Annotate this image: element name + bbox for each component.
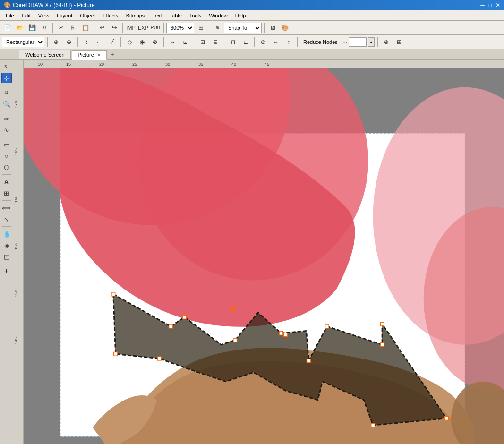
select-all-btn[interactable]: ⊞: [393, 36, 405, 48]
node-2[interactable]: [169, 324, 173, 328]
interactive-fill-btn[interactable]: ◰: [1, 251, 12, 262]
tabs-bar: Welcome Screen Picture ✕ +: [0, 49, 504, 60]
save-btn[interactable]: 💾: [26, 22, 38, 34]
symmetrical-btn[interactable]: ⊗: [149, 36, 161, 48]
node-6[interactable]: [279, 332, 283, 335]
menu-item-object[interactable]: Object: [76, 12, 99, 19]
elasticity-btn[interactable]: ⊾: [179, 36, 191, 48]
title-icon: 🎨: [4, 2, 11, 9]
publish-btn[interactable]: PUB: [150, 22, 161, 34]
ruler-h-tick-35: 35: [198, 62, 203, 67]
cusp-btn[interactable]: ◇: [124, 36, 135, 48]
node-8[interactable]: [307, 359, 310, 363]
align-nodes-btn[interactable]: ⊜: [257, 36, 269, 48]
select-tool-btn[interactable]: ↖: [1, 61, 12, 72]
menu-item-text[interactable]: Text: [148, 12, 165, 19]
node-4-active[interactable]: [231, 307, 235, 311]
zoom-tool-btn[interactable]: 🔍: [1, 99, 12, 109]
lt-sep4: [2, 174, 11, 175]
table-tool-btn[interactable]: ⊞: [1, 188, 12, 198]
remove-node-btn[interactable]: ⊖: [63, 36, 75, 48]
menu-item-effects[interactable]: Effects: [99, 12, 122, 19]
snap-toggle[interactable]: ⊕: [212, 22, 223, 34]
freehand-tool-btn[interactable]: ✏: [1, 113, 12, 124]
reduce-nodes-up[interactable]: ▲: [368, 37, 375, 47]
line-btn[interactable]: ╱: [106, 36, 118, 48]
cut-btn[interactable]: ✂: [55, 22, 67, 34]
menu-item-file[interactable]: File: [2, 12, 18, 19]
menu-item-table[interactable]: Table: [166, 12, 186, 19]
reflect-h-btn[interactable]: ↔: [270, 36, 282, 48]
dropper-tool-btn[interactable]: 💧: [1, 229, 12, 239]
fill-tool-btn[interactable]: ◈: [1, 240, 12, 250]
add-page-btn[interactable]: +: [1, 266, 12, 276]
menu-bar: FileEditViewLayoutObjectEffectsBitmapsTe…: [0, 10, 504, 21]
import-btn[interactable]: IMP: [125, 22, 137, 34]
open-btn[interactable]: ⊟: [210, 36, 221, 48]
shape-mode-select[interactable]: Rectangular Round: [2, 37, 44, 47]
corner-btn[interactable]: ⊓: [227, 36, 239, 48]
menu-item-layout[interactable]: Layout: [53, 12, 76, 19]
undo-btn[interactable]: ↩: [96, 22, 108, 34]
reverse-btn[interactable]: ↔: [167, 36, 178, 48]
menu-item-help[interactable]: Help: [231, 12, 250, 19]
node-3[interactable]: [183, 316, 187, 319]
ellipse-tool-btn[interactable]: ○: [1, 151, 12, 161]
node-5[interactable]: [233, 338, 237, 342]
stretch-btn[interactable]: ⊏: [240, 36, 251, 48]
crop-tool-btn[interactable]: ⌗: [1, 87, 12, 98]
menu-item-tools[interactable]: Tools: [186, 12, 205, 19]
smooth-btn[interactable]: ◉: [137, 36, 148, 48]
node-15[interactable]: [114, 352, 118, 356]
minimize-btn[interactable]: ─: [480, 2, 485, 9]
menu-item-bitmaps[interactable]: Bitmaps: [122, 12, 149, 19]
view-options-btn[interactable]: 🖥: [267, 22, 278, 34]
open-btn[interactable]: 📂: [14, 22, 26, 34]
new-btn[interactable]: 📄: [2, 22, 13, 34]
reduce-nodes-input[interactable]: 0: [349, 37, 367, 47]
elastic-mode-btn[interactable]: ⊕: [381, 36, 392, 48]
node-tool-btn[interactable]: ⊹: [1, 73, 12, 83]
rectangle-tool-btn[interactable]: ▭: [1, 139, 12, 150]
node-9[interactable]: [325, 324, 329, 328]
zoom-select[interactable]: 600% 400% 200% 100%: [166, 23, 194, 33]
redo-btn[interactable]: ↪: [109, 22, 120, 34]
menu-item-window[interactable]: Window: [205, 12, 231, 19]
tab-welcome[interactable]: Welcome Screen: [19, 50, 71, 59]
add-node-btn[interactable]: ⊕: [51, 36, 62, 48]
menu-item-edit[interactable]: Edit: [18, 12, 34, 19]
tab-close-btn[interactable]: ✕: [97, 52, 101, 58]
break-btn[interactable]: ⌙: [94, 36, 105, 48]
menu-item-view[interactable]: View: [34, 12, 53, 19]
tab-picture[interactable]: Picture ✕: [72, 50, 107, 60]
print-btn[interactable]: 🖨: [39, 22, 50, 34]
ruler-h: 10 15 20 25 30 35 40 45: [24, 60, 504, 68]
snap-to-select[interactable]: Snap To: [224, 23, 262, 33]
dimension-tool-btn[interactable]: ⟺: [1, 203, 12, 213]
text-tool-btn[interactable]: A: [1, 177, 12, 187]
sep-t2-7: [254, 37, 255, 47]
color-options-btn[interactable]: 🎨: [279, 22, 290, 34]
zoom-options-btn[interactable]: ⊞: [195, 22, 206, 34]
maximize-btn[interactable]: □: [488, 2, 492, 9]
node-11[interactable]: [380, 322, 384, 326]
node-13[interactable]: [371, 423, 375, 427]
node-7[interactable]: [284, 333, 288, 337]
smart-draw-btn[interactable]: ∿: [1, 125, 12, 135]
copy-btn[interactable]: ⎘: [68, 22, 79, 34]
close-btn[interactable]: ✕: [495, 2, 500, 9]
node-1[interactable]: [111, 292, 115, 296]
closed-btn[interactable]: ⊡: [197, 36, 208, 48]
node-14[interactable]: [157, 357, 161, 360]
node-10[interactable]: [380, 343, 384, 347]
node-12[interactable]: [444, 417, 448, 420]
ruler-h-tick-15: 15: [66, 62, 71, 67]
tab-add-btn[interactable]: +: [108, 50, 117, 59]
connector-tool-btn[interactable]: ⤡: [1, 214, 12, 224]
paste-btn[interactable]: 📋: [80, 22, 91, 34]
polygon-tool-btn[interactable]: ⬡: [1, 162, 12, 172]
join-btn[interactable]: ⌇: [81, 36, 92, 48]
export-btn[interactable]: EXP: [137, 22, 149, 34]
ruler-v-tick-155: 155: [14, 243, 18, 250]
reflect-v-btn[interactable]: ↕: [283, 36, 294, 48]
